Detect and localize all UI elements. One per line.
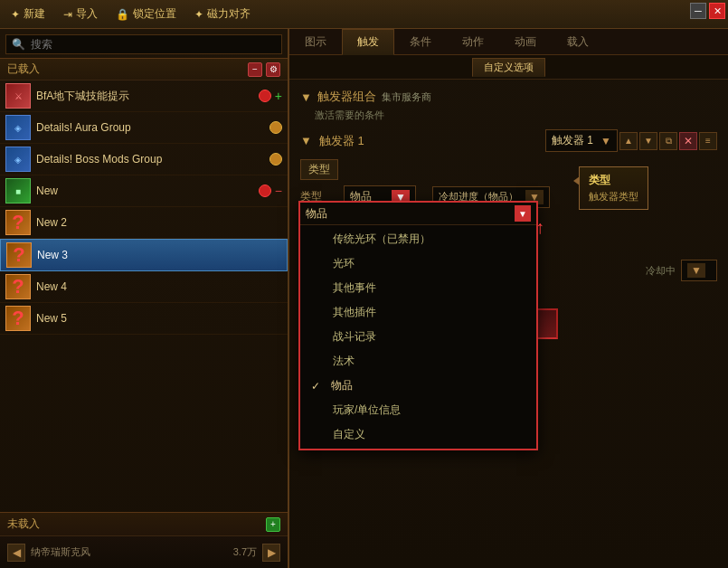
list-item[interactable]: ? New 5 [0,303,288,335]
dropdown-item-0[interactable]: 传统光环（已禁用） [300,227,536,251]
search-icon: 🔍 [12,38,25,51]
cooldown-status-select[interactable]: ▼ [681,260,717,281]
currency-amount: 3.7万 [233,545,257,559]
arrow-down-icon-2: ▼ [300,134,312,147]
item-icon-new: ■ [5,178,31,204]
left-panel: 🔍 已载入 − ⚙ ⚔ BfA地下城技能提示 [0,29,289,568]
window-minimize[interactable]: ─ [690,3,706,19]
magnet-button[interactable]: ✦ 磁力对齐 [191,5,254,24]
lock-button[interactable]: 🔒 锁定位置 [112,5,180,24]
trigger-down-btn[interactable]: ▼ [639,132,657,150]
status-text: 纳帝瑞斯克风 [31,545,90,559]
dropdown-item-5[interactable]: 法术 [300,349,536,374]
item-plus-icon: + [275,89,282,103]
unloaded-add-btn[interactable]: + [266,517,280,532]
list-item[interactable]: ? New 4 [0,271,288,303]
trigger-list-btn[interactable]: ≡ [699,132,717,150]
trigger-number-select[interactable]: 触发器 1 ▼ [545,129,618,152]
tab-actions[interactable]: 动作 [447,29,499,54]
item-status [269,121,282,134]
search-input[interactable] [31,38,276,51]
dropdown-item-8[interactable]: 自定义 [300,422,536,447]
tab-custom-options[interactable]: 自定义选项 [472,58,545,77]
item-name: New 2 [36,216,282,229]
dropdown-select-row: 物品 ▼ [300,203,536,225]
tab-animation[interactable]: 动画 [499,29,552,54]
dropdown-item-6[interactable]: 物品 [300,374,536,398]
trigger-up-btn[interactable]: ▲ [619,132,638,150]
item-name: New [36,185,255,197]
item-icon-new4: ? [5,274,31,299]
search-bar: 🔍 [5,34,282,54]
item-name: New 3 [37,249,281,261]
item-icon-details-boss: ◈ [5,147,31,172]
dropdown-select-arrow-btn[interactable]: ▼ [515,205,531,222]
trigger-delete-btn[interactable]: ✕ [679,132,697,150]
loaded-label: 已载入 [7,62,40,77]
tab-bar-top: 图示 触发 条件 动作 动画 载入 [289,29,728,55]
loaded-minus-btn[interactable]: − [248,62,262,77]
cooldown-status: 冷却中 [646,264,676,278]
tab-conditions[interactable]: 条件 [394,29,447,54]
right-panel: 图示 触发 条件 动作 动画 载入 自定义选项 ▼ 触发器组合 集市服务商 激活… [289,29,728,568]
import-icon: ⇥ [63,8,72,21]
import-button[interactable]: ⇥ 导入 [60,5,101,24]
dropdown-item-4[interactable]: 战斗记录 [300,325,536,349]
list-item[interactable]: ⚔ BfA地下城技能提示 + [0,80,288,112]
window-close[interactable]: ✕ [709,3,725,19]
new-icon: ✦ [11,8,20,21]
item-icon-bfa: ⚔ [5,83,31,109]
item-icon-new3: ? [6,242,32,268]
item-name: Details! Boss Mods Group [36,153,266,166]
dropdown-item-7[interactable]: 玩家/单位信息 [300,398,536,422]
type-label: 类型 [300,159,338,180]
bottom-status: ◀ 纳帝瑞斯克风 3.7万 ▶ [0,535,288,568]
cooldown-status-arrow-icon: ▼ [687,263,705,278]
dropdown-current-value: 物品 [306,206,515,222]
item-icon-new5: ? [5,306,31,331]
list-item[interactable]: ◈ Details! Aura Group [0,112,288,144]
tab-trigger[interactable]: 触发 [342,29,394,55]
unloaded-label: 未载入 [7,516,40,532]
dropdown-item-3[interactable]: 其他插件 [300,300,536,325]
list-item[interactable]: ? New 3 [0,239,288,271]
magnet-icon: ✦ [194,8,203,21]
item-name: New 4 [36,280,282,293]
list-item[interactable]: ◈ Details! Boss Mods Group [0,144,288,175]
type-label-row: 类型 [300,159,717,180]
tooltip-popup: 类型 触发器类型 [579,166,648,210]
tab-load[interactable]: 载入 [552,29,604,54]
market-label: 集市服务商 [382,90,431,104]
tab-bar-bottom: 自定义选项 [289,55,728,80]
item-status [259,185,271,197]
tab-icon[interactable]: 图示 [289,29,342,54]
loaded-settings-btn[interactable]: ⚙ [266,62,280,77]
tooltip-text: 触发器类型 [589,190,638,204]
tooltip-title: 类型 [589,173,638,188]
list-item[interactable]: ■ New − [0,175,288,207]
item-icon-details-aura: ◈ [5,115,31,140]
nav-prev-btn[interactable]: ◀ [7,544,25,562]
lock-icon: 🔒 [116,8,129,21]
item-name: New 5 [36,312,282,325]
item-icon-new2: ? [5,210,31,235]
item-name: BfA地下城技能提示 [36,89,255,104]
dropdown-item-1[interactable]: 光环 [300,251,536,276]
toolbar: ✦ 新建 ⇥ 导入 🔒 锁定位置 ✦ 磁力对齐 [0,0,728,29]
trigger-combo-title: ▼ 触发器组合 集市服务商 [300,89,717,105]
item-status [259,90,271,102]
new-button[interactable]: ✦ 新建 [7,5,49,24]
nav-next-btn[interactable]: ▶ [262,544,280,562]
loaded-section-header: 已载入 − ⚙ [0,58,288,80]
arrow-down-icon: ▼ [300,90,312,104]
unloaded-section-header: 未载入 + [0,512,288,535]
trigger-header: ▼ 触发器 1 触发器 1 ▼ ▲ ▼ ⧉ ✕ ≡ [300,129,717,152]
list-item[interactable]: ? New 2 [0,207,288,239]
trigger-copy-btn[interactable]: ⧉ [659,132,677,150]
dropdown-list: 传统光环（已禁用） 光环 其他事件 其他插件 战斗记录 法术 物品 玩家/单位信… [300,225,536,449]
select-arrow-icon: ▼ [600,135,611,147]
item-minus-icon: − [275,184,282,198]
dropdown-item-2[interactable]: 其他事件 [300,276,536,300]
items-list: ⚔ BfA地下城技能提示 + ◈ Details! Aura Group [0,80,288,512]
dropdown-overlay: 物品 ▼ 传统光环（已禁用） 光环 其他事件 其他插件 战斗记录 法术 物品 玩… [298,201,538,450]
